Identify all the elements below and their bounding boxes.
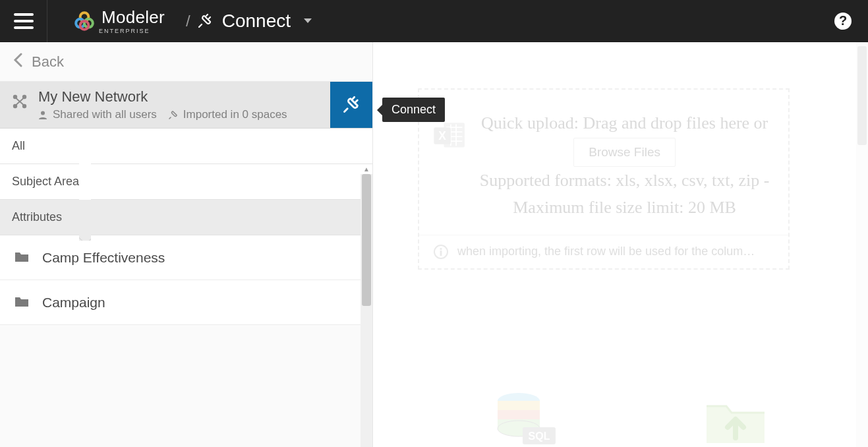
- hamburger-icon: [14, 13, 34, 29]
- network-title: My New Network: [38, 88, 359, 105]
- svg-point-13: [41, 111, 45, 115]
- network-header[interactable]: My New Network Shared with all users Imp…: [0, 82, 372, 129]
- upload-text-2: Supported formats: xls, xlsx, csv, txt, …: [480, 171, 770, 218]
- back-button[interactable]: Back: [0, 42, 372, 82]
- menu-button[interactable]: [0, 0, 47, 42]
- filter-all[interactable]: All: [0, 129, 372, 164]
- chevron-left-icon: [13, 53, 22, 71]
- brand-name: Modeler: [101, 7, 165, 28]
- main-scrollbar[interactable]: [856, 42, 868, 447]
- connect-button[interactable]: [330, 82, 372, 128]
- svg-text:X: X: [438, 129, 446, 142]
- folder-icon: [14, 250, 29, 266]
- scrollbar-thumb[interactable]: [857, 46, 867, 145]
- svg-text:SQL: SQL: [528, 431, 550, 442]
- svg-rect-25: [440, 251, 442, 256]
- connect-tooltip: Connect: [382, 98, 445, 122]
- browse-files-button[interactable]: Browse Files: [573, 138, 676, 167]
- user-icon: [38, 110, 47, 119]
- breadcrumb-separator: /: [179, 12, 197, 30]
- breadcrumb-connect[interactable]: Connect: [197, 11, 312, 32]
- help-icon: ?: [834, 12, 852, 30]
- pin-icon: [169, 110, 178, 119]
- brand-subtitle: ENTERPRISE: [99, 28, 165, 34]
- svg-rect-2: [14, 26, 34, 29]
- plug-icon: [342, 96, 361, 114]
- sidebar: Back My New Network Shared with all user…: [0, 42, 373, 447]
- imported-meta: Imported in 0 spaces: [169, 108, 287, 121]
- folder-label: Camp Effectiveness: [42, 250, 165, 266]
- folder-label: Campaign: [42, 295, 105, 311]
- svg-text:?: ?: [839, 13, 847, 28]
- network-icon: [11, 92, 29, 113]
- shared-meta: Shared with all users: [38, 108, 157, 121]
- folder-icon: [14, 295, 29, 311]
- sidebar-scrollbar[interactable]: ▲: [361, 174, 372, 447]
- sql-database-icon[interactable]: SQL: [491, 392, 557, 447]
- scrollbar-thumb[interactable]: [362, 174, 371, 306]
- back-label: Back: [32, 53, 64, 71]
- caret-down-icon: [304, 18, 312, 23]
- upload-note: when importing, the first row will be us…: [419, 235, 788, 268]
- breadcrumb-label: Connect: [222, 11, 291, 32]
- info-icon: [434, 245, 448, 259]
- folder-campaign[interactable]: Campaign: [0, 280, 372, 325]
- svg-rect-1: [14, 20, 34, 22]
- filter-subject-area[interactable]: Subject Area: [0, 164, 372, 200]
- plug-icon: [197, 13, 213, 29]
- svg-point-24: [440, 248, 442, 250]
- filter-attributes[interactable]: Attributes: [0, 200, 372, 235]
- scroll-up-icon: ▲: [361, 164, 372, 174]
- main-content: X Quick upload: Drag and drop files here…: [373, 42, 868, 447]
- top-bar: Modeler ENTERPRISE / Connect ?: [0, 0, 868, 42]
- upload-dropzone[interactable]: X Quick upload: Drag and drop files here…: [418, 88, 790, 270]
- folder-upload-icon[interactable]: [703, 392, 768, 447]
- folder-camp-effectiveness[interactable]: Camp Effectiveness: [0, 235, 372, 280]
- brand[interactable]: Modeler ENTERPRISE: [47, 7, 179, 34]
- upload-text-1: Quick upload: Drag and drop files here o…: [481, 113, 768, 133]
- svg-rect-0: [14, 13, 34, 16]
- help-button[interactable]: ?: [834, 12, 852, 30]
- brand-logo-icon: [74, 11, 95, 32]
